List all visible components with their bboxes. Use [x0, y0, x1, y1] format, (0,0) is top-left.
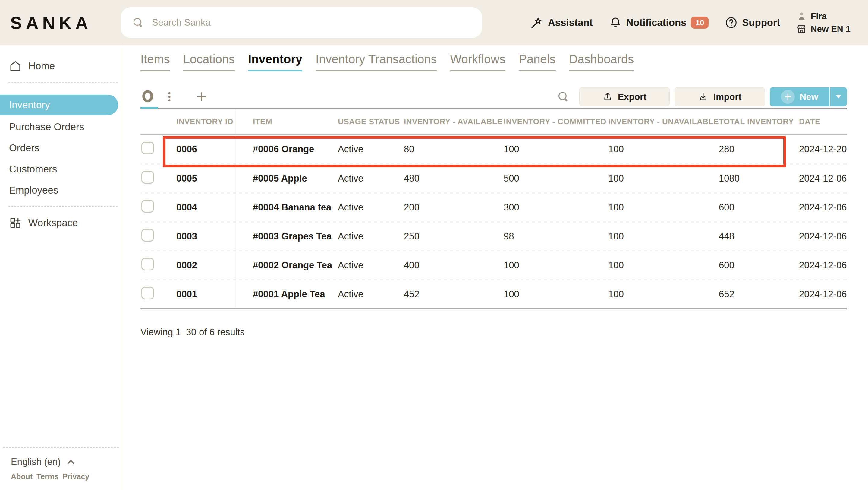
tab-dashboards[interactable]: Dashboards — [569, 53, 634, 71]
table-toolbar: Export Import New — [141, 85, 847, 109]
cell-usage-status: Active — [338, 231, 404, 242]
table-row[interactable]: 0006 #0006 Orange Active 80 100 100 280 … — [141, 135, 847, 164]
table-row[interactable]: 0004 #0004 Banana tea Active 200 300 100… — [141, 193, 847, 222]
cell-inventory-unavailable: 100 — [608, 173, 719, 184]
assistant-button[interactable]: Assistant — [531, 16, 593, 29]
privacy-link[interactable]: Privacy — [62, 472, 89, 481]
cell-inventory-available: 200 — [404, 202, 504, 213]
cell-inventory-id: 0001 — [176, 289, 236, 300]
global-search[interactable] — [121, 7, 482, 38]
support-button[interactable]: Support — [725, 16, 780, 29]
cell-date: 2024-12-06 0 — [799, 173, 847, 184]
notifications-label: Notifications — [626, 17, 687, 28]
search-input[interactable] — [151, 17, 453, 28]
export-button[interactable]: Export — [579, 87, 670, 107]
storefront-icon — [797, 24, 807, 34]
cell-item[interactable]: #0002 Orange Tea — [236, 251, 338, 280]
sidebar-divider — [8, 82, 118, 83]
section-tabs: Items Locations Inventory Inventory Tran… — [141, 53, 847, 71]
row-checkbox[interactable] — [141, 200, 154, 212]
help-circle-icon — [725, 16, 738, 29]
column-header-total-inventory: TOTAL INVENTORY — [719, 117, 799, 126]
cell-item[interactable]: #0003 Grapes Tea — [236, 222, 338, 251]
cell-date: 2024-12-06 0 — [799, 231, 847, 242]
workspace-row: New EN 1 — [797, 24, 850, 34]
cell-date: 2024-12-06 0 — [799, 260, 847, 271]
row-checkbox[interactable] — [141, 142, 154, 154]
sidebar-item-label: Employees — [9, 184, 58, 196]
cell-total-inventory: 280 — [719, 144, 799, 155]
table-search-icon[interactable] — [557, 90, 569, 103]
row-checkbox-cell — [141, 142, 176, 157]
download-icon — [698, 92, 708, 102]
new-button[interactable]: New — [770, 87, 830, 107]
cell-inventory-unavailable: 100 — [608, 144, 719, 155]
terms-link[interactable]: Terms — [36, 472, 59, 481]
sidebar-divider — [8, 206, 118, 207]
search-icon — [132, 17, 144, 29]
table-row[interactable]: 0001 #0001 Apple Tea Active 452 100 100 … — [141, 280, 847, 309]
cell-date: 2024-12-20 1 — [799, 144, 847, 155]
new-dropdown-button[interactable] — [830, 87, 847, 107]
tab-workflows[interactable]: Workflows — [450, 53, 506, 71]
tab-panels[interactable]: Panels — [519, 53, 555, 71]
cell-inventory-unavailable: 100 — [608, 260, 719, 271]
about-link[interactable]: About — [11, 472, 33, 481]
cell-inventory-unavailable: 100 — [608, 289, 719, 300]
topbar-actions: Assistant Notifications 10 Support Fira … — [531, 11, 850, 34]
cell-item[interactable]: #0001 Apple Tea — [236, 280, 338, 309]
sidebar-item-home[interactable]: Home — [0, 56, 121, 77]
cell-item[interactable]: #0005 Apple — [236, 164, 338, 193]
row-checkbox[interactable] — [141, 287, 154, 299]
language-selector[interactable]: English (en) — [11, 457, 119, 467]
topbar: SANKA Assistant Notifications 10 Support… — [0, 0, 868, 45]
import-button[interactable]: Import — [675, 87, 765, 107]
cell-total-inventory: 600 — [719, 260, 799, 271]
footer-links: About Terms Privacy — [11, 472, 119, 481]
kebab-menu-icon[interactable] — [163, 91, 176, 103]
upload-icon — [602, 92, 613, 102]
cell-usage-status: Active — [338, 289, 404, 300]
sidebar-item-purchase-orders[interactable]: Purchase Orders — [0, 116, 121, 138]
sidebar-item-label: Purchase Orders — [9, 121, 84, 133]
table-row[interactable]: 0005 #0005 Apple Active 480 500 100 1080… — [141, 164, 847, 193]
sidebar-item-inventory[interactable]: Inventory — [0, 95, 118, 115]
export-label: Export — [618, 92, 647, 102]
row-checkbox[interactable] — [141, 258, 154, 270]
brand-logo[interactable]: SANKA — [10, 13, 121, 33]
cell-inventory-available: 250 — [404, 231, 504, 242]
table-row[interactable]: 0002 #0002 Orange Tea Active 400 100 100… — [141, 251, 847, 280]
row-checkbox-cell — [141, 258, 176, 273]
tab-inventory-transactions[interactable]: Inventory Transactions — [315, 53, 437, 71]
inventory-table: INVENTORY ID ITEM USAGE STATUS INVENTORY… — [141, 109, 847, 309]
tab-items[interactable]: Items — [141, 53, 170, 71]
table-row[interactable]: 0003 #0003 Grapes Tea Active 250 98 100 … — [141, 222, 847, 251]
notifications-button[interactable]: Notifications 10 — [609, 16, 709, 29]
cell-inventory-available: 80 — [404, 144, 504, 155]
sidebar-item-employees[interactable]: Employees — [0, 180, 121, 201]
tab-inventory[interactable]: Inventory — [248, 53, 302, 71]
sidebar-item-workspace[interactable]: Workspace — [0, 212, 121, 233]
row-checkbox-cell — [141, 229, 176, 244]
cell-inventory-committed: 300 — [504, 202, 608, 213]
row-checkbox[interactable] — [141, 229, 154, 241]
cell-inventory-id: 0002 — [176, 260, 236, 271]
sidebar-item-customers[interactable]: Customers — [0, 158, 121, 180]
view-tab-active[interactable] — [141, 85, 158, 109]
cell-item[interactable]: #0004 Banana tea — [236, 193, 338, 222]
sidebar-item-orders[interactable]: Orders — [0, 138, 121, 158]
grid-plus-icon — [9, 217, 22, 229]
notifications-count-badge: 10 — [691, 17, 709, 29]
add-view-icon[interactable] — [195, 91, 207, 103]
cell-total-inventory: 600 — [719, 202, 799, 213]
user-menu[interactable]: Fira New EN 1 — [797, 11, 850, 34]
row-checkbox[interactable] — [141, 171, 154, 184]
sidebar-item-label: Workspace — [28, 217, 78, 229]
column-header-usage-status: USAGE STATUS — [338, 117, 404, 126]
cell-inventory-available: 400 — [404, 260, 504, 271]
tab-locations[interactable]: Locations — [183, 53, 235, 71]
support-label: Support — [742, 17, 780, 28]
cell-inventory-committed: 98 — [504, 231, 608, 242]
new-button-group: New — [770, 87, 847, 107]
cell-item[interactable]: #0006 Orange — [236, 135, 338, 164]
